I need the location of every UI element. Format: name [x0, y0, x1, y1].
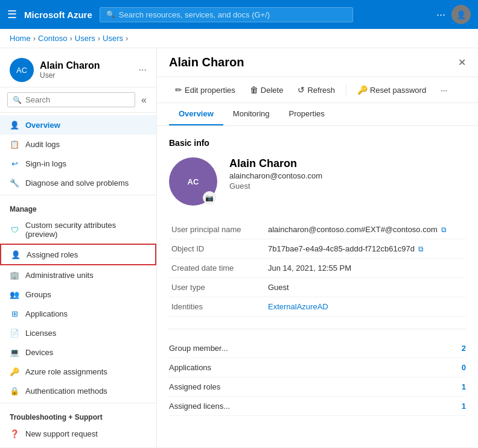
- breadcrumb-sep3: ›: [98, 34, 100, 43]
- profile-name: Alain Charon: [229, 157, 466, 170]
- sidebar-item-overview[interactable]: 👤 Overview: [0, 115, 156, 134]
- building-icon: 🏢: [10, 270, 19, 280]
- table-row: Object ID 7b17bae7-e4a9-4c85-addd-f712cb…: [169, 239, 466, 259]
- sidebar-item-devices-label: Devices: [25, 348, 147, 357]
- sidebar-item-admin-units[interactable]: 🏢 Administrative units: [0, 265, 156, 285]
- prop-label-created: Created date time: [169, 259, 266, 278]
- breadcrumb-users1[interactable]: Users: [75, 34, 95, 43]
- hamburger-icon[interactable]: ☰: [7, 8, 17, 21]
- avatar-icon: 👤: [456, 10, 466, 19]
- sidebar-item-azure-roles-label: Azure role assignments: [25, 367, 147, 376]
- global-search-box[interactable]: 🔍: [100, 7, 353, 22]
- sidebar-user-info: Alain Charon User: [40, 60, 133, 80]
- copy-upn-icon[interactable]: ⧉: [441, 226, 447, 234]
- sidebar-user-header: AC Alain Charon User ···: [0, 48, 156, 87]
- sidebar-item-assigned-roles[interactable]: 👤 Assigned roles: [0, 244, 156, 265]
- stat-count-groups[interactable]: 2: [454, 344, 466, 353]
- stat-label-groups: Group member...: [169, 344, 454, 353]
- sidebar-item-auth-methods[interactable]: 🔒 Authentication methods: [0, 381, 156, 400]
- sidebar-user-initials: AC: [16, 66, 27, 75]
- breadcrumb-users2[interactable]: Users: [103, 34, 123, 43]
- sidebar-item-support[interactable]: ❓ New support request: [0, 424, 156, 443]
- breadcrumb: Home › Contoso › Users › Users ›: [0, 29, 478, 48]
- sidebar-item-audit-logs[interactable]: 📋 Audit logs: [0, 134, 156, 154]
- breadcrumb-sep4: ›: [126, 34, 128, 43]
- copy-objectid-icon[interactable]: ⧉: [418, 245, 424, 253]
- edit-icon: ✏: [175, 85, 182, 95]
- stat-row-assigned-roles: Assigned roles 1: [169, 377, 466, 397]
- prop-value-objectid: 7b17bae7-e4a9-4c85-addd-f712cb61c97d ⧉: [266, 239, 466, 258]
- global-search-input[interactable]: [119, 10, 346, 19]
- toolbar: ✏ Edit properties 🗑 Delete ↺ Refresh 🔑 R…: [157, 77, 478, 103]
- breadcrumb-home[interactable]: Home: [10, 34, 31, 43]
- upn-value: alaincharon@contoso.com#EXT#@contoso.com: [268, 225, 438, 234]
- stat-count-applications[interactable]: 0: [454, 363, 466, 372]
- sidebar-item-sign-in-logs[interactable]: ↩ Sign-in logs: [0, 154, 156, 173]
- properties-table: User principal name alaincharon@contoso.…: [169, 220, 466, 317]
- edit-properties-button[interactable]: ✏ Edit properties: [169, 82, 241, 98]
- reset-icon: 🔑: [357, 85, 368, 95]
- stat-count-assigned-roles[interactable]: 1: [454, 382, 466, 391]
- profile-role: Guest: [229, 181, 466, 191]
- sidebar-item-custom-security[interactable]: 🛡 Custom security attributes (preview): [0, 216, 156, 244]
- apps-icon: ⊞: [10, 309, 19, 318]
- user-avatar-topbar[interactable]: 👤: [451, 5, 471, 24]
- global-search-icon: 🔍: [106, 10, 115, 19]
- topbar: ☰ Microsoft Azure 🔍 ··· 👤: [0, 0, 478, 29]
- sidebar-item-applications[interactable]: ⊞ Applications: [0, 304, 156, 323]
- content-area: Alain Charon ✕ ✏ Edit properties 🗑 Delet…: [157, 48, 478, 447]
- person-icon: 👤: [10, 120, 19, 130]
- refresh-icon: ↺: [298, 85, 305, 95]
- identities-link[interactable]: ExternalAzureAD: [268, 302, 328, 311]
- delete-button[interactable]: 🗑 Delete: [244, 82, 290, 98]
- edit-properties-label: Edit properties: [185, 86, 235, 95]
- sidebar-user-type: User: [40, 71, 133, 80]
- sidebar-item-licenses-label: Licenses: [25, 329, 147, 338]
- breadcrumb-contoso[interactable]: Contoso: [38, 34, 67, 43]
- profile-info: Alain Charon alaincharon@contoso.com Gue…: [229, 157, 466, 191]
- topbar-more-icon[interactable]: ···: [436, 8, 445, 21]
- sidebar-item-groups[interactable]: 👥 Groups: [0, 285, 156, 304]
- objectid-value: 7b17bae7-e4a9-4c85-addd-f712cb61c97d: [268, 244, 415, 253]
- refresh-button[interactable]: ↺ Refresh: [292, 82, 341, 98]
- tab-overview[interactable]: Overview: [169, 103, 223, 125]
- signin-icon: ↩: [10, 159, 19, 168]
- stat-count-licenses[interactable]: 1: [454, 402, 466, 411]
- sidebar-collapse-icon[interactable]: «: [139, 95, 149, 106]
- reset-password-button[interactable]: 🔑 Reset password: [351, 82, 432, 98]
- more-actions-button[interactable]: ···: [435, 83, 453, 98]
- toolbar-separator: [346, 84, 346, 96]
- stat-label-licenses: Assigned licens...: [169, 402, 454, 411]
- lock-icon: 🔒: [10, 386, 19, 396]
- sidebar-search-box[interactable]: 🔍: [7, 92, 135, 107]
- profile-email: alaincharon@contoso.com: [229, 171, 466, 180]
- close-icon[interactable]: ✕: [458, 57, 466, 68]
- sidebar-user-more-icon[interactable]: ···: [139, 65, 147, 75]
- sidebar-nav: 👤 Overview 📋 Audit logs ↩ Sign-in logs 🔧…: [0, 113, 156, 446]
- document-icon: 📄: [10, 328, 19, 338]
- sidebar-item-devices[interactable]: 💻 Devices: [0, 342, 156, 362]
- sidebar-item-audit-label: Audit logs: [25, 140, 147, 149]
- refresh-label: Refresh: [307, 86, 335, 95]
- profile-avatar-edit-icon[interactable]: 📷: [203, 191, 216, 204]
- sidebar-item-overview-label: Overview: [25, 121, 147, 130]
- prop-label-objectid: Object ID: [169, 239, 266, 259]
- sidebar-item-azure-roles[interactable]: 🔑 Azure role assignments: [0, 362, 156, 381]
- sidebar-item-admin-units-label: Administrative units: [25, 271, 147, 280]
- person-badge-icon: 👤: [11, 250, 21, 259]
- sidebar-search-input[interactable]: [25, 95, 130, 104]
- sidebar-item-diagnose-label: Diagnose and solve problems: [25, 178, 147, 188]
- sidebar-item-diagnose[interactable]: 🔧 Diagnose and solve problems: [0, 173, 156, 192]
- tab-monitoring[interactable]: Monitoring: [223, 103, 279, 125]
- tab-properties[interactable]: Properties: [279, 103, 334, 125]
- sidebar-section-manage: Manage: [0, 198, 156, 216]
- stats-section: Group member... 2 Applications 0 Assigne…: [169, 329, 466, 416]
- profile-initials: AC: [188, 177, 199, 186]
- sidebar-item-licenses[interactable]: 📄 Licenses: [0, 323, 156, 342]
- table-row: Created date time Jun 14, 2021, 12:55 PM: [169, 259, 466, 278]
- prop-value-identities: ExternalAzureAD: [266, 297, 466, 316]
- sidebar: AC Alain Charon User ··· 🔍 « 👤 Overview: [0, 48, 157, 447]
- sidebar-item-signin-label: Sign-in logs: [25, 159, 147, 168]
- prop-label-upn: User principal name: [169, 220, 266, 239]
- shield-icon: 🛡: [10, 225, 19, 235]
